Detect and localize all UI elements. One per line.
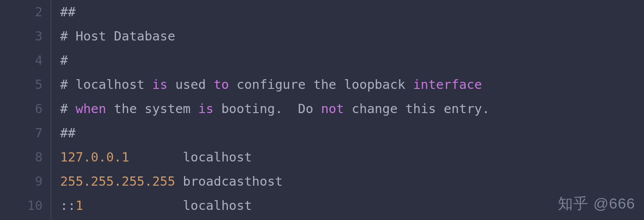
code-line[interactable]: 255.255.255.255 broadcasthost [60,169,490,194]
code-token: 1 [76,198,83,213]
code-token: configure the loopback [229,77,413,92]
code-line[interactable]: ::1 localhost [60,194,490,218]
code-content[interactable]: ### Host Database## localhost is used to… [51,0,490,220]
line-number: 3 [0,24,43,48]
code-token: localhost [129,150,252,165]
code-line[interactable]: # localhost is used to configure the loo… [60,73,490,97]
code-token: interface [413,77,482,92]
code-line[interactable]: ## [60,0,490,24]
line-number: 6 [0,97,43,121]
code-token: # localhost [60,77,152,92]
code-token: change this entry. [344,101,490,116]
watermark: 知乎 @666 [558,191,635,216]
code-token: not [321,101,344,116]
line-number: 9 [0,169,43,194]
code-token: broadcasthost [175,174,282,189]
line-number: 2 [0,0,43,24]
line-number: 4 [0,48,43,73]
code-token: # Host Database [60,29,175,44]
code-token: # [60,53,68,68]
code-line[interactable]: # when the system is booting. Do not cha… [60,97,490,121]
code-line[interactable]: # Host Database [60,24,490,48]
line-number: 10 [0,194,43,218]
code-token: is [152,77,168,92]
code-token: to [213,77,229,92]
code-token: the system [106,101,199,116]
code-token: when [76,101,106,116]
line-number: 8 [0,145,43,169]
code-line[interactable]: 127.0.0.1 localhost [60,145,490,169]
line-number: 5 [0,73,43,97]
code-token: localhost [83,198,252,213]
code-token: is [198,101,213,116]
code-token: 127.0.0.1 [60,150,129,165]
code-editor: 2345678910 ### Host Database## localhost… [0,0,644,220]
line-number-gutter: 2345678910 [0,0,51,220]
code-token: used [167,77,213,92]
code-token: ## [60,4,76,19]
code-token: booting. Do [213,101,321,116]
code-token: # [60,101,76,116]
code-line[interactable]: # [60,48,490,73]
code-token: ## [60,125,76,140]
line-number: 7 [0,121,43,145]
code-token: :: [60,198,76,213]
code-line[interactable]: ## [60,121,490,145]
code-token: 255.255.255.255 [60,174,175,189]
